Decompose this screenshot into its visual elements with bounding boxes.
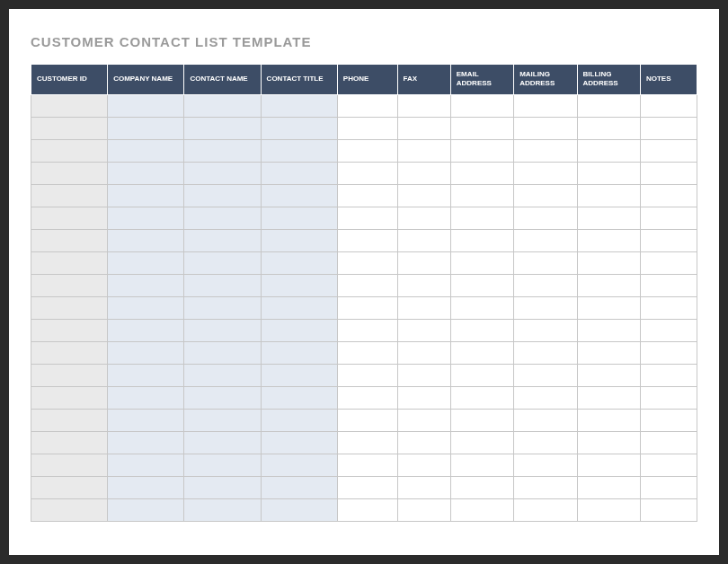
table-cell[interactable] <box>397 296 450 319</box>
table-cell[interactable] <box>108 94 184 117</box>
table-cell[interactable] <box>184 117 261 139</box>
table-cell[interactable] <box>337 341 397 364</box>
table-cell[interactable] <box>450 341 513 364</box>
table-cell[interactable] <box>514 409 577 431</box>
table-cell[interactable] <box>640 476 697 498</box>
table-cell[interactable] <box>450 386 513 409</box>
table-cell[interactable] <box>640 274 697 296</box>
table-cell[interactable] <box>108 386 184 409</box>
table-cell[interactable] <box>397 162 450 184</box>
table-cell[interactable] <box>640 409 697 431</box>
table-cell[interactable] <box>337 498 397 521</box>
table-cell[interactable] <box>184 229 261 251</box>
table-cell[interactable] <box>514 94 577 117</box>
table-cell[interactable] <box>577 498 640 521</box>
table-cell[interactable] <box>640 319 697 341</box>
table-cell[interactable] <box>450 139 513 162</box>
table-cell[interactable] <box>184 296 261 319</box>
table-cell[interactable] <box>184 319 261 341</box>
table-cell[interactable] <box>31 431 108 454</box>
table-cell[interactable] <box>577 184 640 207</box>
table-cell[interactable] <box>184 184 261 207</box>
table-cell[interactable] <box>261 207 337 229</box>
table-cell[interactable] <box>184 274 261 296</box>
table-cell[interactable] <box>108 229 184 251</box>
table-cell[interactable] <box>261 139 337 162</box>
table-cell[interactable] <box>108 296 184 319</box>
table-cell[interactable] <box>337 431 397 454</box>
table-cell[interactable] <box>261 341 337 364</box>
table-cell[interactable] <box>337 184 397 207</box>
table-cell[interactable] <box>577 386 640 409</box>
table-cell[interactable] <box>31 184 108 207</box>
table-cell[interactable] <box>337 386 397 409</box>
table-cell[interactable] <box>397 139 450 162</box>
table-cell[interactable] <box>108 409 184 431</box>
table-cell[interactable] <box>577 139 640 162</box>
table-cell[interactable] <box>450 476 513 498</box>
table-cell[interactable] <box>640 117 697 139</box>
table-cell[interactable] <box>31 94 108 117</box>
table-cell[interactable] <box>397 409 450 431</box>
table-cell[interactable] <box>184 409 261 431</box>
table-cell[interactable] <box>450 364 513 386</box>
table-cell[interactable] <box>397 341 450 364</box>
table-cell[interactable] <box>337 296 397 319</box>
table-cell[interactable] <box>261 431 337 454</box>
table-cell[interactable] <box>31 409 108 431</box>
table-cell[interactable] <box>514 296 577 319</box>
table-cell[interactable] <box>337 117 397 139</box>
table-cell[interactable] <box>397 274 450 296</box>
table-cell[interactable] <box>337 319 397 341</box>
table-cell[interactable] <box>31 117 108 139</box>
table-cell[interactable] <box>184 498 261 521</box>
table-cell[interactable] <box>640 431 697 454</box>
table-cell[interactable] <box>184 341 261 364</box>
table-cell[interactable] <box>184 94 261 117</box>
table-cell[interactable] <box>184 386 261 409</box>
table-cell[interactable] <box>514 184 577 207</box>
table-cell[interactable] <box>31 274 108 296</box>
table-cell[interactable] <box>397 251 450 274</box>
table-cell[interactable] <box>577 476 640 498</box>
table-cell[interactable] <box>397 319 450 341</box>
table-cell[interactable] <box>31 319 108 341</box>
table-cell[interactable] <box>31 296 108 319</box>
table-cell[interactable] <box>337 476 397 498</box>
table-cell[interactable] <box>261 319 337 341</box>
table-cell[interactable] <box>108 162 184 184</box>
table-cell[interactable] <box>108 274 184 296</box>
table-cell[interactable] <box>397 498 450 521</box>
table-cell[interactable] <box>514 251 577 274</box>
table-cell[interactable] <box>184 139 261 162</box>
table-cell[interactable] <box>108 498 184 521</box>
table-cell[interactable] <box>640 139 697 162</box>
table-cell[interactable] <box>577 251 640 274</box>
table-cell[interactable] <box>514 319 577 341</box>
table-cell[interactable] <box>31 251 108 274</box>
table-cell[interactable] <box>261 409 337 431</box>
table-cell[interactable] <box>397 117 450 139</box>
table-cell[interactable] <box>514 454 577 476</box>
table-cell[interactable] <box>450 296 513 319</box>
table-cell[interactable] <box>184 454 261 476</box>
table-cell[interactable] <box>184 207 261 229</box>
table-cell[interactable] <box>31 207 108 229</box>
table-cell[interactable] <box>108 117 184 139</box>
table-cell[interactable] <box>337 94 397 117</box>
table-cell[interactable] <box>397 476 450 498</box>
table-cell[interactable] <box>31 498 108 521</box>
table-cell[interactable] <box>450 94 513 117</box>
table-cell[interactable] <box>514 229 577 251</box>
table-cell[interactable] <box>577 94 640 117</box>
table-cell[interactable] <box>577 207 640 229</box>
table-cell[interactable] <box>450 319 513 341</box>
table-cell[interactable] <box>640 207 697 229</box>
table-cell[interactable] <box>31 229 108 251</box>
table-cell[interactable] <box>577 117 640 139</box>
table-cell[interactable] <box>397 207 450 229</box>
table-cell[interactable] <box>514 274 577 296</box>
table-cell[interactable] <box>450 117 513 139</box>
table-cell[interactable] <box>108 454 184 476</box>
table-cell[interactable] <box>337 229 397 251</box>
